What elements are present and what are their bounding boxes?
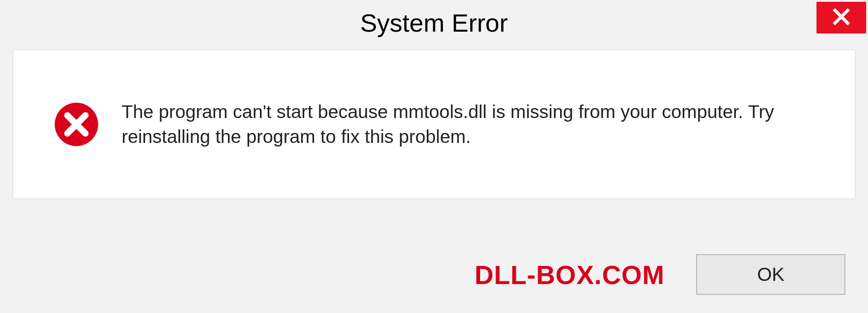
error-icon xyxy=(54,102,99,147)
titlebar: System Error xyxy=(0,0,868,45)
error-message: The program can't start because mmtools.… xyxy=(122,100,828,150)
dialog-title: System Error xyxy=(360,8,508,38)
watermark-text: DLL-BOX.COM xyxy=(475,260,665,290)
content-panel: The program can't start because mmtools.… xyxy=(13,50,855,199)
close-button[interactable] xyxy=(816,2,866,33)
dialog-footer: DLL-BOX.COM OK xyxy=(0,254,868,295)
close-icon xyxy=(832,8,850,28)
ok-button[interactable]: OK xyxy=(696,254,845,295)
